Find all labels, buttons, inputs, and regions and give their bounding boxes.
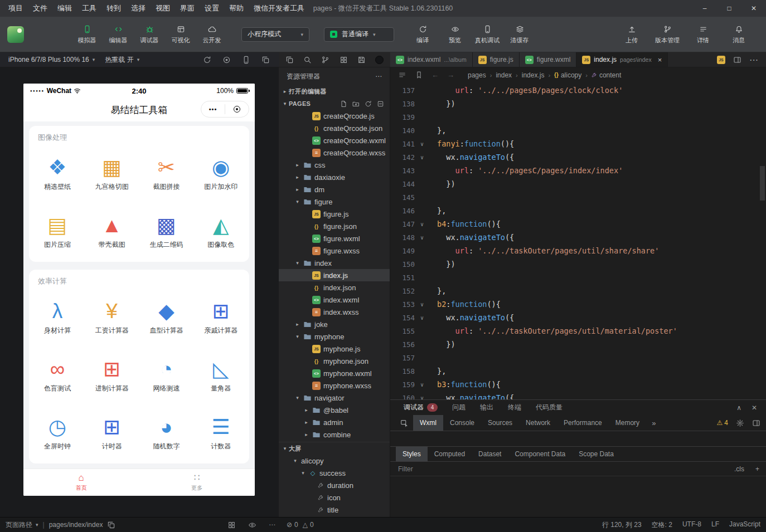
code-line[interactable]: 137 url: '../../pagesB/pages/clock/clock… <box>390 84 766 97</box>
tab-overflow-icon[interactable]: » <box>646 419 661 427</box>
code-line[interactable]: 152}, <box>390 284 766 297</box>
code-line[interactable]: 157 <box>390 351 766 364</box>
menu-item[interactable]: 工具 <box>77 0 101 17</box>
editor-tab[interactable]: JSindex.jspages\index× <box>576 52 668 67</box>
app-item[interactable]: ◺量角器 <box>193 348 248 401</box>
more-menu-button[interactable]: ••• <box>201 106 225 113</box>
tree-folder[interactable]: ▾navigator <box>279 392 390 404</box>
code-line[interactable]: 144 }) <box>390 177 766 191</box>
devtools-tab-memory[interactable]: Memory <box>609 415 646 431</box>
toolbar-button-debugger[interactable]: 调试器 <box>135 24 163 45</box>
tree-file[interactable]: ≡myphone.wxss <box>279 379 390 392</box>
code-line[interactable]: 154∨ wx.navigateTo({ <box>390 311 766 324</box>
tree-folder[interactable]: ▾figure <box>279 196 390 208</box>
panel-grid-icon[interactable] <box>227 521 236 529</box>
code-line[interactable]: 145 <box>390 191 766 204</box>
outline-section[interactable]: ▾ 大屏 <box>279 442 390 455</box>
app-item[interactable]: ⊞进制计算器 <box>85 348 139 401</box>
fold-chevron-icon[interactable]: ∨ <box>415 235 429 241</box>
breadcrumb-item[interactable]: content <box>592 71 621 79</box>
close-button[interactable]: ✕ <box>741 0 766 17</box>
record-icon[interactable] <box>222 56 231 64</box>
tree-folder[interactable]: ▸joke <box>279 318 390 330</box>
code-line[interactable]: 142∨ wx.navigateTo({ <box>390 150 766 164</box>
copy-path-icon[interactable] <box>107 521 115 529</box>
collapse-folders-icon[interactable] <box>377 100 384 108</box>
tree-file[interactable]: {}figure.json <box>279 220 390 232</box>
warning-count[interactable]: ⚠4 <box>717 419 728 427</box>
code-line[interactable]: 147∨b4:function(){ <box>390 217 766 231</box>
fold-chevron-icon[interactable]: ∨ <box>415 221 429 227</box>
compile-status-icon[interactable] <box>375 56 384 64</box>
multi-account-icon[interactable] <box>261 56 270 64</box>
code-line[interactable]: 155 url: '../../taskOuter/pages/util/mat… <box>390 324 766 338</box>
avatar[interactable] <box>7 26 24 43</box>
toolbar-button-upload[interactable]: 上传 <box>617 24 647 45</box>
outline-item[interactable]: duration <box>279 479 390 491</box>
new-folder-icon[interactable] <box>352 100 360 108</box>
debugger-tab[interactable]: 问题 <box>452 403 466 412</box>
app-item[interactable]: ⊞计时器 <box>85 406 139 459</box>
navigate-forward-icon[interactable]: → <box>447 71 454 79</box>
indent-setting[interactable]: 空格: 2 <box>652 520 672 530</box>
tree-file[interactable]: {}myphone.json <box>279 355 390 367</box>
menu-item[interactable]: 转到 <box>101 0 126 17</box>
code-line[interactable]: 160∨ wx.navigateTo({ <box>390 391 766 399</box>
app-item[interactable]: ∞色盲测试 <box>30 348 85 401</box>
code-line[interactable]: 159∨b3:function(){ <box>390 378 766 391</box>
search-icon[interactable] <box>303 56 312 64</box>
toolbar-button-remote-debug[interactable]: 真机调试 <box>472 24 502 45</box>
tree-file[interactable]: JScreateQrcode.js <box>279 110 390 122</box>
pages-section[interactable]: ▾ PAGES <box>279 97 390 110</box>
code-line[interactable]: 148∨ wx.navigateTo({ <box>390 231 766 244</box>
editor-tab[interactable]: <>figure.wxml <box>520 52 577 67</box>
device-view-icon[interactable] <box>242 56 250 64</box>
app-item[interactable]: ▤图片压缩 <box>30 204 85 257</box>
app-item[interactable]: λ身材计算 <box>30 290 85 343</box>
tree-file[interactable]: <>myphone.wxml <box>279 367 390 379</box>
tree-folder[interactable]: ▸admin <box>279 416 390 428</box>
device-select[interactable]: iPhone 6/7/8 Plus 100% 16 ▾ <box>3 56 100 64</box>
eye-icon[interactable] <box>248 521 256 529</box>
split-editor-icon[interactable] <box>733 56 741 64</box>
app-item[interactable]: ▲带壳截图 <box>85 204 139 257</box>
breadcrumb-item[interactable]: index.js <box>522 71 545 79</box>
devtools-tab-wxml[interactable]: Wxml <box>413 415 443 431</box>
app-item[interactable]: ◆血型计算器 <box>139 290 194 343</box>
code-line[interactable]: 139 <box>390 110 766 124</box>
restart-miniapp-icon[interactable] <box>203 56 211 64</box>
code-line[interactable]: 156 }) <box>390 338 766 351</box>
app-item[interactable]: ⊞亲戚计算器 <box>193 290 248 343</box>
styles-tab[interactable]: Scope Data <box>572 447 620 461</box>
add-style-button[interactable]: + <box>755 465 759 473</box>
tree-file[interactable]: JSindex.js <box>279 269 390 281</box>
tree-file[interactable]: <>figure.wxml <box>279 232 390 245</box>
toolbar-button-editor[interactable]: 编辑器 <box>104 24 132 45</box>
exit-miniapp-button[interactable] <box>225 101 249 117</box>
debugger-tab[interactable]: 代码质量 <box>536 403 563 412</box>
devtools-tab-network[interactable]: Network <box>519 415 557 431</box>
toolbar-button-messages[interactable]: 消息 <box>724 24 754 45</box>
refresh-explorer-icon[interactable] <box>365 100 372 108</box>
app-item[interactable]: ✂截图拼接 <box>139 146 194 199</box>
styles-tab[interactable]: Component Data <box>508 447 572 461</box>
debugger-tab[interactable]: 终端 <box>508 403 521 412</box>
breadcrumb-item[interactable]: {}alicopy <box>554 71 581 79</box>
fold-chevron-icon[interactable]: ∨ <box>415 154 429 160</box>
problems-indicator[interactable]: ⊘ 0 △ 0 <box>287 521 314 529</box>
close-tab-icon[interactable]: × <box>658 56 662 64</box>
styles-tab[interactable]: Styles <box>396 447 428 461</box>
tabbar-item[interactable]: ∷更多 <box>139 469 255 496</box>
toolbar-button-preview[interactable]: 预览 <box>440 24 470 45</box>
tree-folder[interactable]: ▸@babel <box>279 404 390 416</box>
code-line[interactable]: 150 }) <box>390 257 766 271</box>
dock-side-icon[interactable] <box>752 419 760 427</box>
tree-file[interactable]: ≡createQrcode.wxss <box>279 147 390 159</box>
menu-item[interactable]: 项目 <box>3 0 28 17</box>
breadcrumb-item[interactable]: pages <box>468 71 486 79</box>
outline-item[interactable]: icon <box>279 491 390 504</box>
new-file-icon[interactable] <box>340 100 347 108</box>
tree-file[interactable]: {}createQrcode.json <box>279 122 390 134</box>
encoding-setting[interactable]: UTF-8 <box>682 520 701 530</box>
app-item[interactable]: ◉图片加水印 <box>193 146 248 199</box>
